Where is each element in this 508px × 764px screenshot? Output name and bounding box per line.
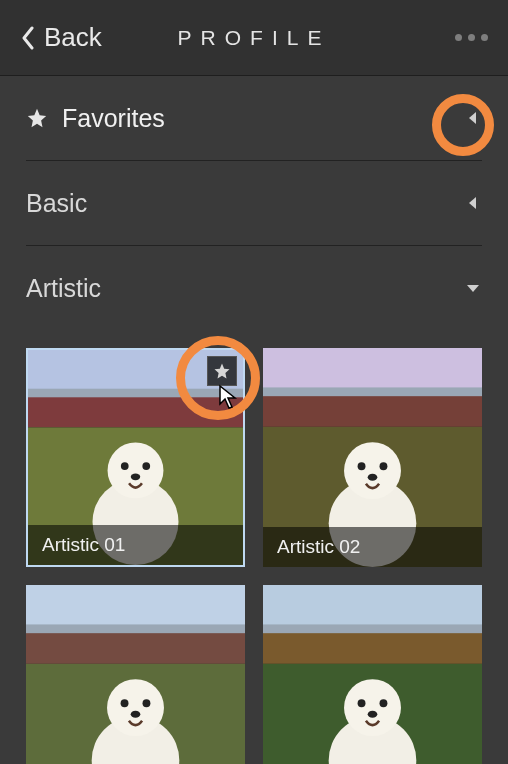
svg-point-5 [108, 442, 164, 498]
section-artistic: Artistic [0, 246, 508, 330]
section-label: Basic [26, 189, 87, 218]
ellipsis-icon [481, 34, 488, 41]
svg-point-25 [143, 699, 151, 707]
collapse-left-icon [464, 194, 482, 212]
artistic-grid: Artistic 01 Artistic 02 [0, 330, 508, 764]
page-title: PROFILE [178, 26, 331, 50]
svg-point-15 [358, 462, 366, 470]
svg-point-23 [107, 679, 164, 736]
section-artistic-header[interactable]: Artistic [26, 246, 482, 330]
svg-point-34 [380, 699, 388, 707]
svg-rect-20 [26, 633, 245, 664]
profile-thumbnail[interactable]: Artistic 02 [263, 348, 482, 567]
star-icon [213, 362, 231, 380]
profile-thumbnail[interactable] [263, 585, 482, 764]
svg-point-35 [368, 711, 378, 718]
svg-rect-11 [263, 396, 482, 427]
profile-sections: Favorites Basic [0, 76, 508, 764]
profile-thumbnail[interactable]: Artistic 01 [26, 348, 245, 567]
star-icon [26, 107, 48, 129]
svg-point-17 [368, 474, 378, 481]
favorite-toggle-button[interactable] [207, 356, 237, 386]
svg-point-14 [344, 442, 401, 499]
collapse-left-icon [464, 109, 482, 127]
svg-point-6 [121, 462, 129, 470]
back-label: Back [44, 22, 102, 53]
back-button[interactable]: Back [20, 22, 102, 53]
svg-point-7 [142, 462, 150, 470]
more-options-button[interactable] [455, 34, 488, 41]
svg-point-26 [131, 711, 141, 718]
profile-thumbnail-label: Artistic 01 [28, 525, 243, 565]
section-favorites: Favorites [0, 76, 508, 160]
svg-point-33 [358, 699, 366, 707]
section-basic-header[interactable]: Basic [26, 161, 482, 245]
ellipsis-icon [468, 34, 475, 41]
section-basic: Basic [0, 161, 508, 245]
svg-point-8 [131, 473, 140, 480]
svg-point-24 [121, 699, 129, 707]
ellipsis-icon [455, 34, 462, 41]
profile-thumbnail-label: Artistic 02 [263, 527, 482, 567]
header-bar: Back PROFILE [0, 0, 508, 76]
svg-point-32 [344, 679, 401, 736]
svg-rect-2 [28, 397, 243, 427]
preview-image [26, 585, 245, 764]
profile-panel: Back PROFILE Favorites [0, 0, 508, 764]
section-label: Artistic [26, 274, 101, 303]
preview-image [263, 585, 482, 764]
section-favorites-header[interactable]: Favorites [26, 76, 482, 160]
profile-thumbnail[interactable] [26, 585, 245, 764]
section-label: Favorites [62, 104, 165, 133]
expand-down-icon [464, 279, 482, 297]
chevron-left-icon [20, 26, 34, 50]
svg-point-16 [380, 462, 388, 470]
svg-rect-29 [263, 633, 482, 664]
